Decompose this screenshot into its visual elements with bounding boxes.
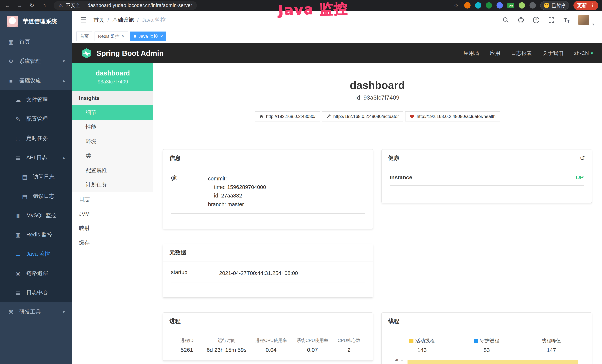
browser-home-icon[interactable]: ⌂: [40, 2, 48, 9]
breadcrumb-infrastructure[interactable]: 基础设施: [112, 16, 139, 24]
sidebar-item-access-log[interactable]: ▤ 访问日志: [0, 167, 72, 187]
threads-card-body: 活动线程 143 守护进程 53: [382, 330, 592, 364]
chrome-update-button[interactable]: 更新 ⋮: [573, 1, 598, 10]
trace-eye-icon: ◉: [14, 270, 22, 277]
metadata-card-body: startup 2021-04-27T00:44:31.254+08:00: [163, 261, 373, 290]
startup-row: startup 2021-04-27T00:44:31.254+08:00: [171, 269, 365, 282]
help-icon[interactable]: ?: [533, 17, 540, 23]
sidebar-item-home[interactable]: ▦ 首页: [0, 32, 72, 52]
redis-icon: ▥: [14, 232, 22, 238]
sba-menu-caches[interactable]: 缓存: [72, 236, 153, 250]
sba-menu-mappings[interactable]: 映射: [72, 221, 153, 236]
sba-menu-classes[interactable]: 类: [72, 149, 153, 163]
sidebar-item-api-log[interactable]: ▤ API 日志 ▴: [0, 148, 72, 167]
warning-icon: ⚠: [59, 3, 63, 8]
sba-main: dashboard Id: 93a3fc7f7409 http://192.16…: [153, 63, 602, 364]
active-tab-dot-icon: [134, 35, 136, 38]
sba-sidebar: dashboard 93a3fc7f7409 Insights 细节 性能 环境…: [72, 63, 153, 364]
security-label[interactable]: 不安全: [66, 2, 80, 9]
extension-icon-blue[interactable]: [496, 2, 503, 9]
extension-on-switch-icon[interactable]: on: [507, 3, 514, 8]
metadata-card-title: 元数据: [170, 249, 186, 257]
address-separator: |: [83, 3, 85, 8]
sidebar-item-file-management[interactable]: ☁ 文件管理: [0, 90, 72, 109]
search-icon[interactable]: [502, 17, 509, 23]
sidebar-item-dev-tools[interactable]: ⚒ 研发工具 ▾: [0, 302, 72, 321]
insights-group-header: Insights: [72, 91, 153, 105]
process-stats-row: 进程ID 5261 运行时间 6d 23h 15m 59s 进程CPU使用率 0…: [171, 337, 365, 353]
sba-menu-metrics[interactable]: 性能: [72, 120, 153, 134]
chevron-down-icon: ▾: [63, 309, 65, 314]
instance-health-row: Instance UP: [390, 174, 584, 186]
chrome-menu-icon[interactable]: ⋮: [590, 3, 595, 8]
avatar-caret-icon[interactable]: ▾: [592, 22, 594, 27]
back-icon[interactable]: ←: [4, 2, 11, 9]
address-bar[interactable]: ⚠ 不安全 | dashboard.yudao.iocoder.cn/infra…: [54, 1, 197, 10]
threads-chart: 140 120 100: [390, 358, 584, 364]
insights-group-items: 细节 性能 环境 类 配置属性 计划任务: [72, 105, 153, 192]
sba-nav-journal[interactable]: 日志报表: [511, 50, 532, 57]
user-avatar[interactable]: [578, 15, 589, 25]
sba-menu-config-props[interactable]: 配置属性: [72, 163, 153, 178]
metadata-card-header: 元数据: [163, 244, 373, 261]
sba-menu-logs[interactable]: 日志: [72, 192, 153, 207]
sba-menu-scheduled-tasks[interactable]: 计划任务: [72, 178, 153, 192]
actuator-url-button[interactable]: http://192.168.0.2:48080/actuator: [322, 111, 403, 121]
github-icon[interactable]: [517, 17, 525, 23]
sba-nav-about[interactable]: 关于我们: [543, 50, 563, 57]
sidebar-item-java-monitor[interactable]: ▭ Java 监控: [0, 244, 72, 264]
sba-menu-environment[interactable]: 环境: [72, 134, 153, 149]
font-size-icon[interactable]: TT: [563, 17, 570, 23]
breadcrumb-home[interactable]: 首页: [93, 16, 109, 24]
sba-brand-title[interactable]: Spring Boot Admin: [97, 49, 164, 57]
tab-java-monitor[interactable]: Java 监控 ×: [130, 32, 166, 41]
status-badge: UP: [576, 174, 584, 181]
sidebar-fold-icon[interactable]: ☰: [80, 16, 86, 24]
base-url-button[interactable]: http://192.168.0.2:48080/: [255, 111, 320, 121]
sidebar-item-infrastructure[interactable]: ▣ 基础设施 ▴: [0, 71, 72, 90]
sidebar-item-error-log[interactable]: ▤ 错误日志: [0, 187, 72, 206]
refresh-icon[interactable]: ↻: [28, 2, 36, 9]
close-icon[interactable]: ×: [160, 34, 163, 39]
bookmark-star-icon[interactable]: ☆: [452, 2, 460, 9]
tab-redis-monitor[interactable]: Redis 监控 ×: [95, 32, 128, 41]
threads-card-title: 线程: [388, 317, 399, 325]
locale-selector[interactable]: zh-CN ▾: [574, 50, 593, 56]
pencil-icon: ✎: [14, 116, 22, 122]
tab-home[interactable]: 首页: [76, 32, 92, 41]
extension-icon-orange[interactable]: [464, 2, 471, 9]
sidebar-item-redis-monitor[interactable]: ▥ Redis 监控: [0, 225, 72, 244]
sidebar-item-scheduled-jobs[interactable]: ▢ 定时任务: [0, 129, 72, 148]
legend-daemon-threads: 守护进程 53: [466, 337, 507, 353]
sidebar-item-log-center[interactable]: ▤ 日志中心: [0, 283, 72, 302]
extension-icon-dark[interactable]: [529, 2, 536, 9]
sidebar-item-system-management[interactable]: ⚙ 系统管理 ▾: [0, 52, 72, 71]
instance-label: Instance: [390, 174, 412, 181]
sidebar-item-tracing[interactable]: ◉ 链路追踪: [0, 264, 72, 283]
fullscreen-icon[interactable]: [548, 17, 555, 23]
sba-menu-jvm[interactable]: JVM: [72, 207, 153, 221]
sidebar-item-config-management[interactable]: ✎ 配置管理: [0, 109, 72, 129]
legend-live-threads: 活动线程 143: [402, 337, 442, 353]
chevron-up-icon: ▴: [63, 155, 65, 160]
sba-menu-details[interactable]: 细节: [72, 105, 153, 120]
sba-nav-applications[interactable]: 应用: [490, 50, 500, 57]
forward-icon[interactable]: →: [16, 2, 23, 9]
history-icon[interactable]: ↺: [580, 154, 585, 162]
extension-icon-leaf[interactable]: [519, 2, 525, 9]
process-stat-process-cpu: 进程CPU使用率 0.04: [250, 337, 292, 353]
admin-main: ☰ 首页 基础设施 Java 监控 ? TT ▾: [72, 11, 602, 364]
profile-paused-badge[interactable]: 已暂停: [540, 1, 569, 10]
url-text[interactable]: dashboard.yudao.iocoder.cn/infra/admin-s…: [87, 3, 192, 8]
extension-icon-green[interactable]: [486, 2, 492, 9]
app-logo-row[interactable]: 芋道管理系统: [0, 11, 72, 32]
spring-boot-admin-logo-icon: [81, 48, 92, 59]
git-key: git: [171, 174, 208, 181]
health-url-button[interactable]: http://192.168.0.2:48080/actuator/health: [405, 111, 500, 121]
sba-nav-wallboard[interactable]: 应用墙: [464, 50, 479, 57]
close-icon[interactable]: ×: [122, 34, 124, 39]
sidebar-item-mysql-monitor[interactable]: ▥ MySQL 监控: [0, 206, 72, 225]
locale-label: zh-CN: [574, 50, 589, 56]
instance-header[interactable]: dashboard 93a3fc7f7409: [72, 63, 153, 91]
extension-icon-teal[interactable]: [475, 2, 481, 9]
